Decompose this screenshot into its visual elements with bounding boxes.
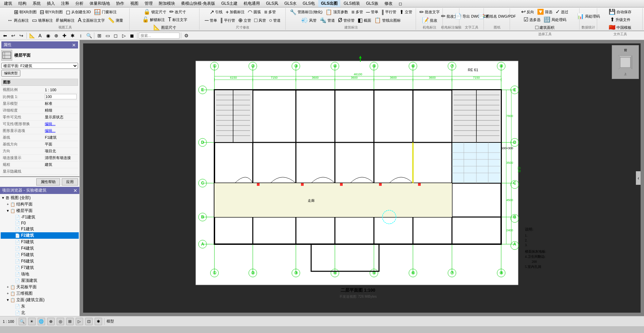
btn-局处理码[interactable]: 🔢局处理码 <box>542 16 568 23</box>
btn-从创建3D[interactable]: ◻从创建生3D <box>64 8 92 16</box>
prop-help-btn[interactable]: 属性帮助 <box>36 178 60 185</box>
btn-圆弧[interactable]: ◠圆弧 <box>246 8 262 16</box>
btn-单管标注[interactable]: ─管单 <box>365 8 380 16</box>
menu-item-修改[interactable]: 修改 <box>382 0 395 7</box>
tb-measure[interactable]: 📐 <box>28 32 36 39</box>
graphics-edit-link[interactable]: 编辑... <box>45 129 55 133</box>
tb-text[interactable]: A <box>36 32 44 39</box>
menu-item-结构[interactable]: 结构 <box>16 0 29 7</box>
tree-item-F0[interactable]: 📄 F0 <box>1 220 79 226</box>
tree-item-F3建筑[interactable]: 📄 F3建筑 <box>1 239 79 245</box>
right-panel-toggle[interactable]: ‹ <box>636 171 641 185</box>
menu-item-插入[interactable]: 插入 <box>44 0 58 7</box>
btn-图层尺寸[interactable]: 📐图层尺寸 <box>152 24 177 31</box>
tb-settings[interactable]: ⚙ <box>183 32 190 39</box>
menu-item-gls出图[interactable]: GLS出图 <box>318 0 340 7</box>
tb-redo[interactable]: ↪ <box>18 32 25 39</box>
btn-标注文字[interactable]: T标注文字 <box>167 16 189 23</box>
tree-item-楼层平面[interactable]: ▼ 📋 楼层平面 <box>1 208 79 214</box>
properties-close-btn[interactable]: ✕ <box>72 42 76 48</box>
tree-item-F2建筑[interactable]: 📄 F2建筑 <box>1 232 79 239</box>
btn-中国模板[interactable]: 🇨🇳中国模板 <box>607 24 633 31</box>
status-star-btn[interactable]: ✱ <box>95 318 102 325</box>
btn-管道[interactable]: ○管道 <box>268 17 282 24</box>
btn-引线[interactable]: ↗引线 <box>208 8 224 16</box>
menu-item-box[interactable]: ◻ <box>396 1 405 7</box>
btn-立管[interactable]: ⊕立管 <box>237 17 252 24</box>
tb-rect[interactable]: ▭ <box>104 32 111 39</box>
tb-grid[interactable]: ⊞ <box>96 32 103 39</box>
status-zoom-btn[interactable]: 🔍 <box>19 318 26 325</box>
tb-play[interactable]: ▷ <box>120 32 128 39</box>
menu-item-gls风[interactable]: GLS风 <box>263 0 281 7</box>
tb-point[interactable]: ⊕ <box>53 32 60 39</box>
btn-截面标注[interactable]: ◧截面 <box>356 17 373 24</box>
tb-scale[interactable]: ↕ <box>77 32 84 39</box>
tree-item-屋顶建筑[interactable]: 📄 屋顶建筑 <box>1 277 79 284</box>
menu-item-视图[interactable]: 视图 <box>128 0 141 7</box>
menu-item-体量[interactable]: 体量和场地 <box>87 0 113 7</box>
menu-item-gls水[interactable]: GLS水 <box>282 0 299 7</box>
status-plus-btn[interactable]: ⊕ <box>47 318 55 325</box>
status-circle-btn[interactable]: ◎ <box>57 318 64 325</box>
prop-apply-btn[interactable]: 应用 <box>62 178 78 185</box>
btn-轴网标注[interactable]: #轴网标注 <box>55 17 76 24</box>
search-input[interactable] <box>139 33 179 39</box>
btn-朝X向剖图[interactable]: ⊞朝X向剖图 <box>13 8 38 16</box>
btn-朝Y向剖图[interactable]: ⊟朝Y向剖图 <box>38 8 64 16</box>
btn-反向[interactable]: ↩反向 <box>520 8 535 16</box>
edit-type-btn[interactable]: 编辑类型 <box>1 70 20 77</box>
btn-平行管[interactable]: ∥平行管 <box>219 17 236 24</box>
status-grid-btn[interactable]: ⊞ <box>66 318 74 325</box>
tb-add[interactable]: ✚ <box>61 32 68 39</box>
tree-item-三维视图[interactable]: + 📋 三维视图 <box>1 290 79 297</box>
menu-item-gls族[interactable]: GLS族 <box>363 0 381 7</box>
btn-管线出图[interactable]: 📋管线出图标 <box>373 17 402 24</box>
tb-solid[interactable]: ◼ <box>128 32 136 39</box>
tb-snap[interactable]: ◉ <box>44 32 52 39</box>
menu-item-附加[interactable]: 附加模块 <box>156 0 178 7</box>
btn-批改1[interactable]: 📝批改 <box>421 17 439 24</box>
btn-立面标注[interactable]: A立面标注文字 <box>76 17 106 24</box>
btn-测量[interactable]: 📏测量 <box>107 17 125 24</box>
btn-选多选[interactable]: ☑选多选 <box>522 16 542 23</box>
browser-close-btn[interactable]: ✕ <box>73 188 77 193</box>
btn-墙厚标注[interactable]: ▭墙厚标注 <box>31 17 54 24</box>
tree-item-场地[interactable]: 📄 场地 <box>1 271 79 277</box>
btn-顶页参数[interactable]: 📋顶页参数 <box>324 8 349 16</box>
tree-item-视图全部[interactable]: ▼ 🖹 视图 (全部) <box>1 195 79 201</box>
menu-item-gls土建[interactable]: GLS土建 <box>219 0 240 7</box>
btn-加载标注[interactable]: +加载标注 <box>224 8 246 16</box>
btn-管径管标注[interactable]: Ø管径管 <box>337 17 356 24</box>
nav-cube[interactable]: 前 上 <box>612 45 639 79</box>
btn-建筑面积[interactable]: □建筑面积 <box>534 24 556 31</box>
menu-item-注释[interactable]: 注释 <box>58 0 72 7</box>
btn-风管[interactable]: □风管 <box>253 17 267 24</box>
btn-风管标注[interactable]: 💨风管 <box>300 17 318 24</box>
btn-立管标注[interactable]: ⬆立管 <box>398 8 414 16</box>
btn-批改文字1[interactable]: ✏批改文字 <box>418 8 441 16</box>
btn-改尺寸[interactable]: ✏改尺寸 <box>168 8 187 16</box>
btn-两点标注[interactable]: ↔两点标注 <box>6 17 30 24</box>
drawing-viewport[interactable]: .grid-line { stroke: #00cc00; stroke-wid… <box>83 43 641 313</box>
menu-item-gls精装[interactable]: GLS精装 <box>341 0 363 7</box>
menu-item-系统[interactable]: 系统 <box>30 0 43 7</box>
btn-管道标注[interactable]: 🔩管道 <box>318 17 336 24</box>
tb-box[interactable]: ◻ <box>112 32 119 39</box>
tree-item-F6建筑[interactable]: 📄 F6建筑 <box>1 258 79 265</box>
tb-zoom[interactable]: 🔍 <box>85 32 93 39</box>
btn-多管标注[interactable]: ≡多管 <box>350 8 364 16</box>
btn-升级文件[interactable]: ⬆升级文件 <box>609 16 632 23</box>
scale-value-input[interactable] <box>45 94 77 99</box>
menu-item-分析[interactable]: 分析 <box>73 0 86 7</box>
status-sun-btn[interactable]: ☀ <box>28 318 36 325</box>
status-globe-btn[interactable]: 🌐 <box>38 318 45 325</box>
menu-item-gls电[interactable]: GLS电 <box>300 0 318 7</box>
tree-item-F7建筑[interactable]: 📄 F7建筑 <box>1 265 79 271</box>
tree-item-结构平面[interactable]: + 📋 结构平面 <box>1 201 79 208</box>
tree-item-东[interactable]: 📄 东 <box>1 303 79 310</box>
menu-item-协作[interactable]: 协作 <box>113 0 127 7</box>
btn-解锁标注[interactable]: 🔓解锁标注 <box>141 16 166 23</box>
btn-平行管标注[interactable]: ∥平行管 <box>380 8 398 16</box>
tb-undo[interactable]: ↩ <box>10 32 17 39</box>
